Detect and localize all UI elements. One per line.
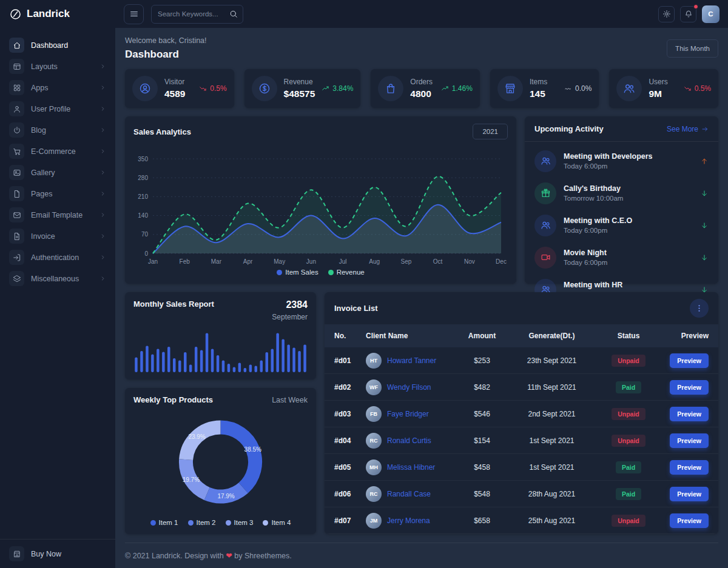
chevron-right-icon	[99, 148, 106, 155]
activity-item-time: Today 6:00pm	[564, 162, 653, 170]
year-select[interactable]: 2021	[473, 124, 508, 139]
invoice-date: 11th Sept 2021	[508, 383, 596, 392]
users-icon	[534, 215, 556, 236]
stat-card-orders: Orders48001.46%	[371, 69, 480, 108]
sidebar-item-label: Blog	[31, 126, 46, 135]
buy-now-button[interactable]: Buy Now	[0, 539, 115, 568]
monthly-sales-card: Monthly Sales Report 2384 September	[125, 292, 316, 379]
client-avatar: RC	[366, 433, 382, 449]
invoice-no: #d06	[334, 490, 366, 498]
chevron-right-icon	[99, 105, 106, 112]
sidebar-item-miscellaneous[interactable]: Miscellaneous	[5, 269, 110, 289]
sidebar-item-email-template[interactable]: Email Template	[5, 205, 110, 225]
activity-item-meeting-with-developers[interactable]: Meeting with DevelopersToday 6:00pm	[534, 145, 709, 177]
preview-button[interactable]: Preview	[670, 380, 709, 395]
invoice-row-d03: #d03FBFaye Bridger$5462nd Sept 2021Unpai…	[325, 401, 718, 427]
client-avatar: RC	[366, 486, 382, 502]
stat-trend-value: 0.5%	[210, 84, 226, 93]
search-input[interactable]	[158, 10, 226, 18]
chevron-right-icon	[99, 254, 106, 261]
sidebar-item-apps[interactable]: Apps	[5, 78, 110, 98]
preview-button[interactable]: Preview	[670, 353, 709, 368]
invoice-row-d07: #d07JMJerry Morena$65825th Aug 2021Unpai…	[325, 507, 718, 534]
shop-icon	[9, 546, 24, 561]
status-badge: Unpaid	[612, 355, 645, 367]
settings-button[interactable]	[658, 6, 675, 22]
preview-button[interactable]: Preview	[670, 433, 709, 448]
charts-row: Sales Analytics 2021 070140210280350JanF…	[125, 116, 718, 284]
client-name-link[interactable]: Howard Tanner	[387, 356, 436, 365]
mail-icon	[9, 207, 24, 222]
weekly-period-label: Last Week	[272, 396, 308, 404]
column-header-generate-dt: Generate(Dt.)	[508, 332, 596, 340]
client-name-link[interactable]: Ronald Curtis	[387, 436, 431, 445]
invoice-table: No.Client NameAmountGenerate(Dt.)StatusP…	[325, 324, 718, 534]
monthly-sales-month: September	[272, 313, 308, 321]
client-name-link[interactable]: Jerry Morena	[387, 516, 430, 525]
user-avatar[interactable]: C	[702, 5, 720, 23]
svg-text:350: 350	[138, 156, 148, 162]
app-logo[interactable]: Landrick	[0, 0, 115, 28]
users-icon	[534, 150, 556, 172]
svg-text:Jan: Jan	[147, 258, 157, 265]
invoice-amount: $253	[456, 356, 508, 365]
see-more-link[interactable]: See More	[667, 125, 709, 133]
svg-text:0: 0	[144, 250, 148, 257]
invoice-row-d01: #d01HTHoward Tanner$25323th Sept 2021Unp…	[325, 347, 718, 374]
cart-icon	[9, 144, 24, 159]
preview-button[interactable]: Preview	[670, 460, 709, 475]
activity-item-time: Today 6:00pm	[564, 227, 632, 234]
sidebar-item-invoice[interactable]: Invoice	[5, 226, 110, 246]
menu-toggle-button[interactable]	[124, 4, 144, 24]
svg-text:23.9%: 23.9%	[188, 433, 205, 440]
arrow-down-icon	[700, 253, 709, 262]
preview-button[interactable]: Preview	[670, 513, 709, 528]
svg-text:280: 280	[138, 175, 148, 181]
activity-item-meeting-with-c-e-o[interactable]: Meeting with C.E.OToday 6:00pm	[534, 209, 709, 241]
svg-text:Nov: Nov	[463, 258, 474, 265]
chevron-right-icon	[99, 190, 106, 197]
stat-trend-value: 0.5%	[695, 84, 711, 93]
activity-item-movie-night[interactable]: Movie NightToday 6:00pm	[534, 241, 709, 273]
sidebar-item-authentication[interactable]: Authentication	[5, 247, 110, 267]
column-header-client-name: Client Name	[366, 332, 456, 340]
client-name-link[interactable]: Faye Bridger	[387, 410, 429, 418]
stat-label: Visitor	[164, 78, 185, 86]
invoice-more-button[interactable]	[690, 299, 709, 318]
client-name-link[interactable]: Wendy Filson	[387, 383, 431, 392]
activity-item-title: Meeting with Developers	[564, 152, 653, 161]
column-header-amount: Amount	[456, 332, 508, 340]
client-name-link[interactable]: Randall Case	[387, 490, 431, 498]
invoice-list-card: Invoice List No.Client NameAmountGenerat…	[325, 292, 718, 534]
svg-text:Apr: Apr	[243, 258, 252, 265]
heart-icon: ❤	[226, 552, 232, 560]
upcoming-activity-card: Upcoming Activity See More Meeting with …	[525, 116, 718, 284]
invoice-amount: $658	[456, 516, 508, 525]
monthly-sales-title: Monthly Sales Report	[133, 299, 214, 309]
invoice-row-d05: #d05MHMelissa Hibner$4581st Sept 2021Pai…	[325, 454, 718, 481]
sidebar-item-gallery[interactable]: Gallery	[5, 162, 110, 182]
stat-trend: 3.84%	[322, 84, 353, 93]
activity-item-title: Movie Night	[564, 249, 607, 257]
sidebar-item-label: Authentication	[31, 253, 79, 262]
weekly-top-products-card: Weekly Top Products Last Week 38.5%17.9%…	[125, 388, 316, 534]
client-name-link[interactable]: Melissa Hibner	[387, 463, 435, 472]
chevron-right-icon	[99, 169, 106, 176]
search-icon[interactable]	[229, 10, 238, 18]
svg-text:Feb: Feb	[179, 258, 190, 265]
sidebar-item-e-commerce[interactable]: E-Commerce	[5, 141, 110, 161]
sidebar-item-user-profile[interactable]: User Profile	[5, 99, 110, 119]
period-select-button[interactable]: This Month	[667, 39, 718, 58]
sidebar-item-blog[interactable]: Blog	[5, 120, 110, 140]
arrow-right-icon	[701, 125, 709, 133]
sales-analytics-chart: 070140210280350JanFebMarAprMayJunJulAugS…	[133, 139, 508, 267]
sidebar-item-layouts[interactable]: Layouts	[5, 56, 110, 76]
notifications-button[interactable]	[680, 6, 696, 22]
stat-value: 9M	[649, 89, 667, 99]
activity-item-cally-s-birthday[interactable]: Cally's BirthdayTomorrow 10:00am	[534, 177, 709, 209]
sidebar-item-pages[interactable]: Pages	[5, 184, 110, 204]
preview-button[interactable]: Preview	[670, 407, 709, 421]
preview-button[interactable]: Preview	[670, 487, 709, 501]
sidebar-item-dashboard[interactable]: Dashboard	[5, 35, 110, 55]
page-header: Welcome back, Cristina! Dashboard This M…	[125, 36, 718, 61]
